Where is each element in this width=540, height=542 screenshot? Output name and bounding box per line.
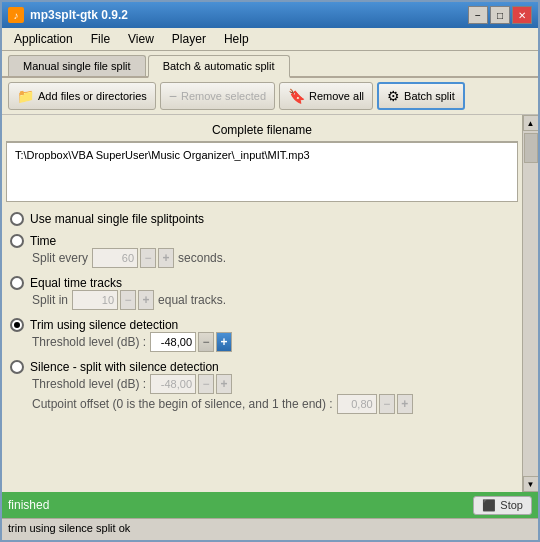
trim-threshold-input[interactable] bbox=[150, 332, 196, 352]
remove-selected-button[interactable]: − Remove selected bbox=[160, 82, 275, 110]
time-sub-option: Split every − + seconds. bbox=[32, 248, 514, 268]
status-bar: finished ⬛ Stop bbox=[2, 492, 538, 518]
silence-split-radio[interactable] bbox=[10, 360, 24, 374]
menu-player[interactable]: Player bbox=[164, 30, 214, 48]
window-title: mp3splt-gtk 0.9.2 bbox=[30, 8, 128, 22]
trim-silence-radio[interactable] bbox=[10, 318, 24, 332]
bookmark-icon: 🔖 bbox=[288, 88, 305, 104]
equal-time-increment-button: + bbox=[138, 290, 154, 310]
silence-split-option-group: Silence - split with silence detection T… bbox=[10, 360, 514, 414]
remove-all-label: Remove all bbox=[309, 90, 364, 102]
equal-time-label: Equal time tracks bbox=[30, 276, 122, 290]
trim-silence-option-group: Trim using silence detection Threshold l… bbox=[10, 318, 514, 352]
folder-icon: 📁 bbox=[17, 88, 34, 104]
equal-time-spin-field: − + bbox=[72, 290, 154, 310]
equal-time-sub-option: Split in − + equal tracks. bbox=[32, 290, 514, 310]
silence-split-label: Silence - split with silence detection bbox=[30, 360, 219, 374]
tab-batch-split[interactable]: Batch & automatic split bbox=[148, 55, 290, 78]
time-label: Time bbox=[30, 234, 56, 248]
title-bar: ♪ mp3splt-gtk 0.9.2 − □ ✕ bbox=[2, 2, 538, 28]
trim-threshold-label: Threshold level (dB) : bbox=[32, 335, 146, 349]
batch-split-button[interactable]: ⚙ Batch split bbox=[377, 82, 465, 110]
time-option-group: Time Split every − + seconds. bbox=[10, 234, 514, 268]
stop-icon: ⬛ bbox=[482, 499, 496, 512]
time-radio[interactable] bbox=[10, 234, 24, 248]
bottom-status-text: trim using silence split ok bbox=[8, 522, 130, 534]
bottom-status-bar: trim using silence split ok bbox=[2, 518, 538, 540]
manual-split-option[interactable]: Use manual single file splitpoints bbox=[10, 212, 514, 226]
silence-threshold-label: Threshold level (dB) : bbox=[32, 377, 146, 391]
minimize-button[interactable]: − bbox=[468, 6, 488, 24]
equal-time-unit: equal tracks. bbox=[158, 293, 226, 307]
progress-label: finished bbox=[8, 498, 49, 512]
silence-split-option[interactable]: Silence - split with silence detection bbox=[10, 360, 514, 374]
time-option[interactable]: Time bbox=[10, 234, 514, 248]
app-window: ♪ mp3splt-gtk 0.9.2 − □ ✕ Application Fi… bbox=[0, 0, 540, 542]
table-header: Complete filename bbox=[6, 119, 518, 142]
cutpoint-increment-button: + bbox=[397, 394, 413, 414]
scroll-thumb[interactable] bbox=[524, 133, 538, 163]
cutpoint-decrement-button: − bbox=[379, 394, 395, 414]
stop-label: Stop bbox=[500, 499, 523, 511]
scroll-up-arrow[interactable]: ▲ bbox=[523, 115, 539, 131]
time-sub-label: Split every bbox=[32, 251, 88, 265]
remove-all-button[interactable]: 🔖 Remove all bbox=[279, 82, 373, 110]
trim-silence-label: Trim using silence detection bbox=[30, 318, 178, 332]
content-area: Complete filename T:\Dropbox\VBA SuperUs… bbox=[2, 115, 538, 492]
main-content: Complete filename T:\Dropbox\VBA SuperUs… bbox=[2, 115, 522, 492]
remove-icon: − bbox=[169, 88, 177, 104]
cutpoint-spin-field: − + bbox=[337, 394, 413, 414]
menu-view[interactable]: View bbox=[120, 30, 162, 48]
app-icon: ♪ bbox=[8, 7, 24, 23]
equal-time-sub-label: Split in bbox=[32, 293, 68, 307]
menu-application[interactable]: Application bbox=[6, 30, 81, 48]
silence-threshold-decrement-button: − bbox=[198, 374, 214, 394]
add-files-button[interactable]: 📁 Add files or directories bbox=[8, 82, 156, 110]
silence-threshold-input[interactable] bbox=[150, 374, 196, 394]
cutpoint-option: Cutpoint offset (0 is the begin of silen… bbox=[32, 394, 514, 414]
trim-threshold-option: Threshold level (dB) : − + bbox=[32, 332, 514, 352]
tab-manual-split[interactable]: Manual single file split bbox=[8, 55, 146, 76]
trim-silence-option[interactable]: Trim using silence detection bbox=[10, 318, 514, 332]
menu-bar: Application File View Player Help bbox=[2, 28, 538, 51]
equal-time-input[interactable] bbox=[72, 290, 118, 310]
equal-time-option[interactable]: Equal time tracks bbox=[10, 276, 514, 290]
trim-threshold-decrement-button[interactable]: − bbox=[198, 332, 214, 352]
equal-time-decrement-button: − bbox=[120, 290, 136, 310]
menu-help[interactable]: Help bbox=[216, 30, 257, 48]
cutpoint-label: Cutpoint offset (0 is the begin of silen… bbox=[32, 397, 333, 411]
time-spin-field: − + bbox=[92, 248, 174, 268]
trim-threshold-increment-button[interactable]: + bbox=[216, 332, 232, 352]
equal-time-option-group: Equal time tracks Split in − + equal tra… bbox=[10, 276, 514, 310]
time-decrement-button: − bbox=[140, 248, 156, 268]
scroll-down-arrow[interactable]: ▼ bbox=[523, 476, 539, 492]
equal-time-radio[interactable] bbox=[10, 276, 24, 290]
menu-file[interactable]: File bbox=[83, 30, 118, 48]
title-bar-left: ♪ mp3splt-gtk 0.9.2 bbox=[8, 7, 128, 23]
toolbar: 📁 Add files or directories − Remove sele… bbox=[2, 78, 538, 115]
add-files-label: Add files or directories bbox=[38, 90, 147, 102]
time-increment-button: + bbox=[158, 248, 174, 268]
gear-icon: ⚙ bbox=[387, 88, 400, 104]
manual-split-radio[interactable] bbox=[10, 212, 24, 226]
options-section: Use manual single file splitpoints Time … bbox=[6, 208, 518, 418]
batch-split-label: Batch split bbox=[404, 90, 455, 102]
remove-selected-label: Remove selected bbox=[181, 90, 266, 102]
stop-button[interactable]: ⬛ Stop bbox=[473, 496, 532, 515]
scrollbar[interactable]: ▲ ▼ bbox=[522, 115, 538, 492]
silence-threshold-increment-button: + bbox=[216, 374, 232, 394]
maximize-button[interactable]: □ bbox=[490, 6, 510, 24]
tab-bar: Manual single file split Batch & automat… bbox=[2, 51, 538, 78]
silence-threshold-spin-field: − + bbox=[150, 374, 232, 394]
time-unit: seconds. bbox=[178, 251, 226, 265]
close-button[interactable]: ✕ bbox=[512, 6, 532, 24]
cutpoint-input[interactable] bbox=[337, 394, 377, 414]
time-input[interactable] bbox=[92, 248, 138, 268]
trim-threshold-spin-field: − + bbox=[150, 332, 232, 352]
manual-split-label: Use manual single file splitpoints bbox=[30, 212, 204, 226]
file-list: T:\Dropbox\VBA SuperUser\Music Organizer… bbox=[6, 142, 518, 202]
title-buttons: − □ ✕ bbox=[468, 6, 532, 24]
list-item[interactable]: T:\Dropbox\VBA SuperUser\Music Organizer… bbox=[11, 147, 513, 163]
silence-threshold-option: Threshold level (dB) : − + bbox=[32, 374, 514, 394]
